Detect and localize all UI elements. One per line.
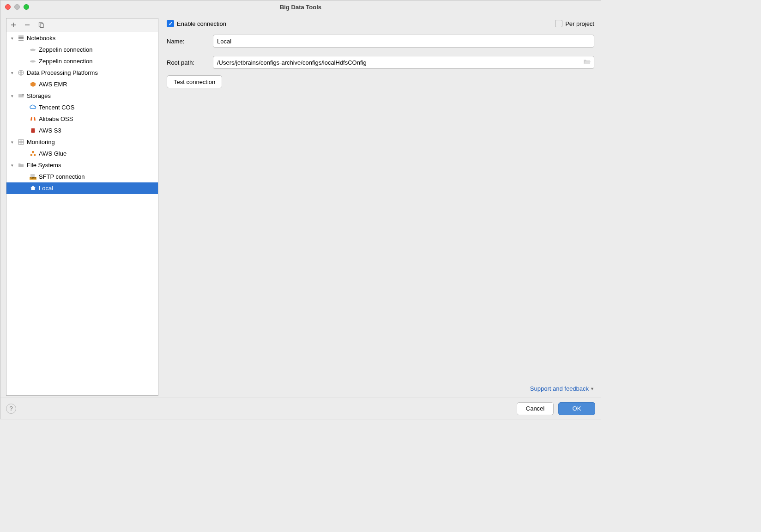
folder-icon <box>17 161 25 169</box>
tree-category-monitoring[interactable]: ▾ Monitoring <box>6 136 158 148</box>
tree-item-alibaba-oss[interactable]: Alibaba OSS <box>6 113 158 125</box>
tree-category-notebooks[interactable]: ▾ Notebooks <box>6 32 158 44</box>
per-project-field[interactable]: Per project <box>555 20 594 27</box>
tree-category-label: Monitoring <box>27 139 55 145</box>
aws-glue-icon <box>29 150 37 158</box>
svg-rect-1 <box>40 24 43 27</box>
notebooks-icon <box>17 34 25 42</box>
tree-category-label: Storages <box>27 92 51 99</box>
tree-item-tencent-cos[interactable]: Tencent COS <box>6 102 158 113</box>
chevron-down-icon[interactable]: ▾ <box>8 140 16 145</box>
enable-connection-checkbox[interactable] <box>167 20 174 27</box>
help-button[interactable]: ? <box>6 404 16 414</box>
connection-settings-panel: Enable connection Per project Name: Root… <box>166 18 595 396</box>
copy-button[interactable] <box>37 21 45 29</box>
name-input[interactable] <box>213 35 594 48</box>
svg-rect-8 <box>32 151 34 153</box>
tree-item-label: Local <box>39 185 53 192</box>
zeppelin-icon <box>29 46 37 54</box>
titlebar: Big Data Tools <box>0 0 601 13</box>
chevron-down-icon[interactable]: ▾ <box>8 163 16 168</box>
home-icon <box>29 184 37 193</box>
globe-icon <box>17 69 25 77</box>
svg-point-3 <box>30 60 36 63</box>
svg-point-2 <box>30 49 36 51</box>
tree-item-aws-s3[interactable]: AWS S3 <box>6 125 158 136</box>
dropdown-triangle-icon: ▼ <box>590 387 594 391</box>
browse-folder-icon[interactable] <box>583 59 591 66</box>
enable-connection-label: Enable connection <box>177 20 226 27</box>
enable-connection-field[interactable]: Enable connection <box>167 20 226 27</box>
cancel-button[interactable]: Cancel <box>517 402 554 415</box>
tree-item-label: SFTP connection <box>39 173 85 180</box>
tree-item-label: Tencent COS <box>39 104 74 111</box>
tree-category-label: File Systems <box>27 162 61 169</box>
tree-item-zeppelin[interactable]: Zeppelin connection <box>6 44 158 55</box>
support-feedback-label: Support and feedback <box>530 385 589 392</box>
tree-item-label: Zeppelin connection <box>39 46 92 53</box>
alibaba-oss-icon <box>29 115 37 123</box>
chevron-down-icon[interactable]: ▾ <box>8 94 16 98</box>
tree-item-label: Alibaba OSS <box>39 115 73 122</box>
tree-category-storages[interactable]: ▾ Storages <box>6 90 158 102</box>
connections-tree-panel: ▾ Notebooks Zeppelin connection Zeppelin… <box>6 18 158 396</box>
svg-rect-9 <box>30 154 32 156</box>
add-button[interactable] <box>9 21 18 29</box>
name-label: Name: <box>167 38 207 45</box>
tree-item-aws-emr[interactable]: AWS EMR <box>6 79 158 90</box>
tree-category-label: Notebooks <box>27 35 55 42</box>
tree-toolbar <box>6 18 158 31</box>
chevron-down-icon[interactable]: ▾ <box>8 36 16 41</box>
test-connection-button[interactable]: Test connection <box>167 75 222 88</box>
monitoring-icon <box>17 138 25 146</box>
aws-emr-icon <box>29 80 37 89</box>
connections-tree: ▾ Notebooks Zeppelin connection Zeppelin… <box>6 31 158 395</box>
storage-icon <box>17 92 25 100</box>
aws-s3-icon <box>29 127 37 135</box>
tree-category-label: Data Processing Platforms <box>27 69 98 76</box>
tree-item-zeppelin[interactable]: Zeppelin connection <box>6 55 158 67</box>
tree-item-local[interactable]: Local <box>6 182 158 194</box>
support-feedback-link[interactable]: Support and feedback ▼ <box>530 385 594 392</box>
per-project-label: Per project <box>565 20 594 27</box>
tree-category-filesystems[interactable]: ▾ File Systems <box>6 159 158 171</box>
sftp-icon: SFTP <box>29 173 37 181</box>
root-path-input[interactable] <box>213 56 594 69</box>
tree-item-aws-glue[interactable]: AWS Glue <box>6 148 158 159</box>
ok-button[interactable]: OK <box>558 402 595 415</box>
remove-button[interactable] <box>23 21 31 29</box>
tree-item-label: AWS EMR <box>39 81 67 88</box>
tree-item-label: AWS S3 <box>39 127 61 134</box>
tree-item-label: Zeppelin connection <box>39 58 92 65</box>
chevron-down-icon[interactable]: ▾ <box>8 71 16 75</box>
svg-rect-10 <box>34 154 36 156</box>
per-project-checkbox[interactable] <box>555 20 562 27</box>
tree-item-label: AWS Glue <box>39 150 66 157</box>
zeppelin-icon <box>29 57 37 66</box>
tree-category-processing[interactable]: ▾ Data Processing Platforms <box>6 67 158 79</box>
svg-rect-7 <box>18 140 24 145</box>
root-path-label: Root path: <box>167 59 207 66</box>
svg-point-6 <box>22 94 24 96</box>
tencent-cos-icon <box>29 103 37 112</box>
svg-text:SFTP: SFTP <box>30 177 36 180</box>
tree-item-sftp[interactable]: SFTP SFTP connection <box>6 171 158 182</box>
dialog-button-bar: ? Cancel OK <box>0 398 601 419</box>
window-title: Big Data Tools <box>0 4 601 11</box>
